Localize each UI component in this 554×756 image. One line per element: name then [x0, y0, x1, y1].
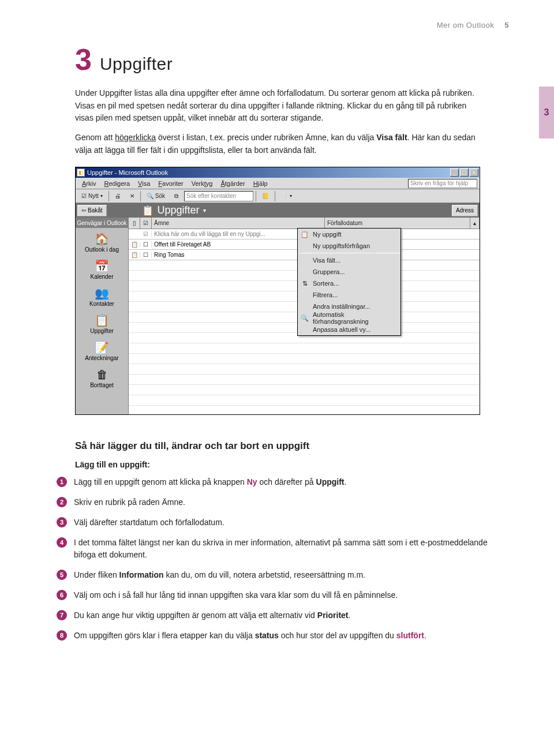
outlook-shortcuts-bar: Genvägar i Outlook 🏠Outlook i dag📅Kalend… [76, 218, 129, 414]
minimize-button[interactable]: _ [450, 169, 459, 177]
step-text: Välj om och i så fall hur lång tid innan… [74, 589, 398, 601]
menu-atgarder[interactable]: Åtgärder [216, 179, 249, 188]
context-menu-item[interactable]: 📋Ny uppgift [298, 229, 400, 240]
shortcut-label: Kalender [90, 274, 113, 280]
step-text: Välj därefter startdatum och förfallodat… [74, 517, 224, 529]
close-button[interactable]: × [470, 169, 478, 177]
shortcut-item[interactable]: 📝Anteckningar [85, 340, 118, 361]
col-subject[interactable]: Ämne [152, 218, 325, 229]
shortcuts-header: Genvägar i Outlook [76, 218, 128, 228]
context-menu-item[interactable]: 🔍Automatisk förhandsgranskning [298, 312, 400, 324]
shortcut-icon: 📋 [92, 313, 111, 328]
step: 1Lägg till en uppgift genom att klicka p… [57, 476, 509, 488]
step: 6Välj om och i så fall hur lång tid inna… [57, 589, 509, 601]
new-button[interactable]: ☑ Nytt ▾ [78, 190, 106, 202]
menubar: Arkiv Redigera Visa Favoriter Verktyg Åt… [76, 178, 480, 189]
address-button[interactable]: Adress [452, 205, 478, 216]
context-menu-label: Ny uppgift [313, 231, 342, 238]
shortcut-item[interactable]: 🗑Borttaget [90, 367, 114, 388]
back-button[interactable]: ⇦ Bakåt [77, 205, 107, 216]
header-page-number: 5 [504, 21, 509, 29]
menu-arkiv[interactable]: Arkiv [78, 179, 100, 188]
context-menu-icon: 🔍 [300, 315, 309, 322]
delete-button[interactable]: ✕ [126, 190, 138, 202]
shortcut-item[interactable]: 📅Kalender [90, 259, 113, 280]
window-titlebar: ◧ Uppgifter - Microsoft Outlook _ ▢ × [76, 167, 480, 178]
step-number: 8 [57, 630, 67, 641]
step-number: 2 [57, 497, 67, 507]
contact-search-input[interactable]: Sök efter kontakten [184, 191, 253, 201]
step-text: Skriv en rubrik på raden Ämne. [74, 496, 185, 508]
shortcut-icon: 🗑 [93, 367, 111, 382]
column-headers: ▯ ☑ Ämne Förfallodatum ▴ [129, 218, 480, 229]
col-icon[interactable]: ▯ [129, 218, 140, 229]
shortcut-label: Borttaget [90, 382, 114, 388]
step-text: Du kan ange hur viktig uppgiften är geno… [74, 609, 350, 622]
shortcut-label: Uppgifter [90, 328, 114, 334]
outlook-window: ◧ Uppgifter - Microsoft Outlook _ ▢ × Ar… [75, 167, 480, 415]
menu-hjalp[interactable]: Hjälp [249, 179, 272, 188]
menu-verktyg[interactable]: Verktyg [188, 179, 217, 188]
task-list-pane: ▯ ☑ Ämne Förfallodatum ▴ ☑ Klicka här om… [129, 218, 480, 414]
context-menu-label: Filtrera... [313, 291, 338, 298]
chapter-number: 3 [75, 44, 92, 74]
app-icon: ◧ [77, 169, 85, 177]
address-book-button[interactable]: 📒 [259, 190, 272, 202]
toolbar: ☑ Nytt ▾ 🖨 ✕ 🔍 Sök ⧉ Sök efter kontakten… [76, 189, 480, 203]
shortcut-icon: 🏠 [93, 231, 111, 246]
running-header: Mer om Outlook 5 [75, 21, 509, 29]
shortcut-icon: 👥 [93, 286, 111, 301]
step: 5Under fliken Information kan du, om du … [57, 569, 509, 581]
context-menu-label: Anpassa aktuell vy... [313, 326, 370, 333]
context-menu-label: Gruppera... [313, 268, 345, 275]
context-menu-item[interactable]: Ny uppgiftsförfrågan [298, 240, 400, 252]
context-menu-item[interactable]: Anpassa aktuell vy... [298, 324, 400, 335]
print-button[interactable]: 🖨 [111, 190, 124, 202]
shortcut-icon: 📝 [93, 340, 111, 355]
menu-favoriter[interactable]: Favoriter [154, 179, 187, 188]
step: 2Skriv en rubrik på raden Ämne. [57, 496, 509, 508]
section-subheading: Lägg till en uppgift: [75, 460, 509, 469]
context-menu-item[interactable]: Andra inställningar... [298, 301, 400, 312]
col-due[interactable]: Förfallodatum [325, 218, 470, 229]
shortcut-item[interactable]: 📋Uppgifter [90, 313, 114, 334]
context-menu-item[interactable]: Visa fält... [298, 255, 400, 266]
shortcut-label: Anteckningar [85, 355, 118, 361]
shortcut-item[interactable]: 🏠Outlook i dag [85, 231, 119, 253]
menu-redigera[interactable]: Redigera [100, 179, 134, 188]
step-text: Under fliken Information kan du, om du v… [74, 569, 365, 581]
context-menu-label: Automatisk förhandsgranskning [313, 311, 397, 325]
step-number: 3 [57, 517, 67, 527]
context-menu-item[interactable]: Filtrera... [298, 289, 400, 301]
shortcut-item[interactable]: 👥Kontakter [89, 286, 114, 307]
context-menu: 📋Ny uppgiftNy uppgiftsförfråganVisa fält… [297, 228, 401, 336]
help-button[interactable]: ❔▾ [278, 190, 295, 202]
intro-p2: Genom att högerklicka överst i listan, t… [75, 132, 479, 156]
shortcut-icon: 📅 [93, 259, 111, 274]
step-number: 4 [57, 537, 67, 548]
context-menu-icon: ⇅ [300, 280, 309, 287]
context-menu-item[interactable]: ⇅Sortera... [298, 278, 400, 289]
step-number: 6 [57, 590, 67, 600]
window-title: Uppgifter - Microsoft Outlook [87, 169, 449, 176]
menu-visa[interactable]: Visa [134, 179, 154, 188]
context-menu-item[interactable]: Gruppera... [298, 266, 400, 278]
maximize-button[interactable]: ▢ [460, 169, 469, 177]
shortcut-label: Kontakter [89, 301, 114, 307]
scroll-up-icon[interactable]: ▴ [470, 218, 480, 229]
header-section: Mer om Outlook [437, 21, 494, 29]
step-text: Lägg till en uppgift genom att klicka på… [74, 476, 346, 488]
step: 7Du kan ange hur viktig uppgiften är gen… [57, 609, 509, 622]
col-complete[interactable]: ☑ [140, 218, 152, 229]
context-menu-icon: 📋 [300, 231, 309, 238]
step-number: 5 [57, 570, 67, 580]
context-menu-label: Visa fält... [313, 257, 340, 264]
intro-text: Under Uppgifter listas alla dina uppgift… [75, 87, 479, 156]
organize-button[interactable]: ⧉ [171, 190, 182, 202]
intro-p1: Under Uppgifter listas alla dina uppgift… [75, 87, 479, 125]
find-button[interactable]: 🔍 Sök [143, 190, 169, 202]
help-search-input[interactable]: Skriv en fråga för hjälp [408, 179, 477, 188]
chapter-name: Uppgifter [100, 54, 173, 74]
step: 8Om uppgiften görs klar i flera etapper … [57, 630, 509, 642]
step-text: Om uppgiften görs klar i flera etapper k… [74, 630, 426, 642]
